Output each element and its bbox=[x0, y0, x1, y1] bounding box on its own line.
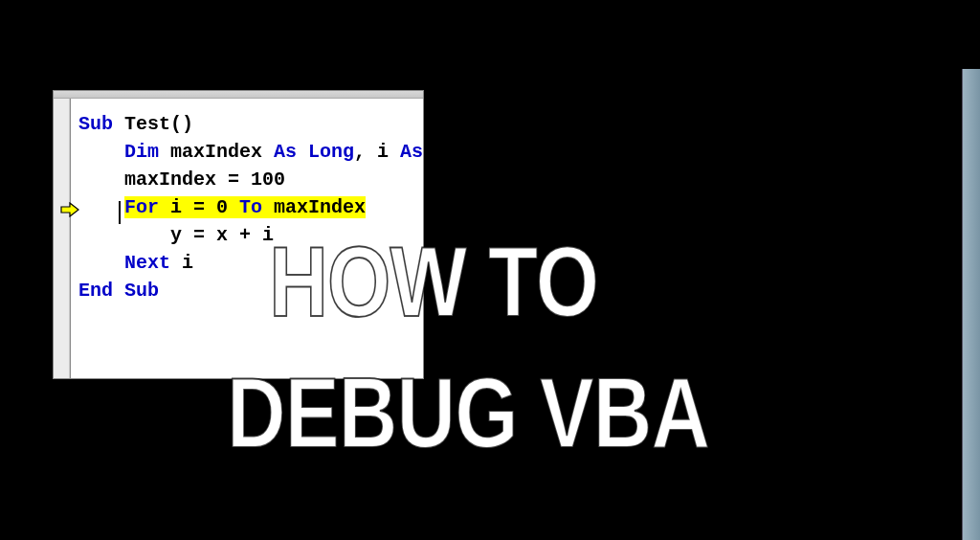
code-text: maxIndex = 100 bbox=[124, 169, 285, 191]
title-line-1: HOW TO bbox=[227, 235, 709, 329]
breakpoint-gutter[interactable] bbox=[54, 99, 70, 378]
keyword-sub: Sub bbox=[78, 113, 113, 135]
keyword-to: To bbox=[239, 196, 262, 218]
code-line-4-highlighted: For i = 0 To maxIndex bbox=[78, 193, 423, 221]
keyword-dim: Dim bbox=[124, 141, 159, 163]
code-text: maxIndex bbox=[262, 196, 366, 218]
title-overlay: HOW TO DEBUG VBA bbox=[227, 235, 709, 461]
window-title-bar bbox=[54, 91, 423, 99]
vertical-scrollbar[interactable] bbox=[962, 69, 980, 540]
keyword-next: Next bbox=[124, 252, 170, 274]
text-cursor bbox=[119, 201, 121, 224]
keyword-as-long: As Long bbox=[274, 141, 354, 163]
title-line-2: DEBUG VBA bbox=[227, 366, 709, 461]
code-text: maxIndex bbox=[159, 141, 274, 163]
keyword-for: For bbox=[124, 196, 159, 218]
code-text: Test() bbox=[113, 113, 193, 135]
code-text: , i bbox=[354, 141, 400, 163]
code-text: i bbox=[170, 252, 193, 274]
code-line-2: Dim maxIndex As Long, i As bbox=[78, 138, 423, 166]
keyword-end-sub: End Sub bbox=[78, 280, 159, 302]
code-line-3: maxIndex = 100 bbox=[78, 166, 423, 193]
keyword-as: As bbox=[400, 141, 423, 163]
code-text: i = 0 bbox=[159, 196, 239, 218]
code-line-1: Sub Test() bbox=[78, 110, 423, 138]
